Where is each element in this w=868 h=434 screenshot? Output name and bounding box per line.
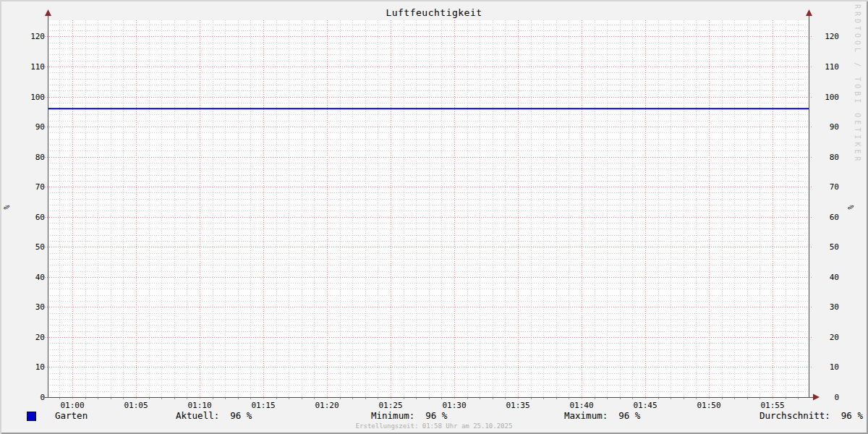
y-tick-label: 100 [30,93,45,102]
y-tick-label: 10 [35,362,45,372]
chart-plot-area: 0010102020303040405050606070708080909010… [0,0,868,434]
y-tick-label: 80 [830,153,839,162]
y-tick-label: 90 [35,122,45,132]
y-tick-label: 20 [35,333,45,342]
arrow-up-right-icon [806,9,812,16]
x-tick-label: 01:00 [60,401,84,410]
y-tick-label: 60 [35,213,45,222]
y-tick-label: 120 [825,32,839,41]
y-tick-label: 90 [830,122,839,132]
y-tick-label: 120 [30,32,45,41]
arrow-right-icon [813,394,820,401]
creation-time: Erstellungszeit: 01:58 Uhr am 25.10.2025 [0,422,868,430]
x-tick-label: 01:20 [315,401,339,410]
x-tick-label: 01:40 [569,401,593,410]
x-tick-label: 01:10 [187,401,211,410]
x-tick-label: 01:05 [124,401,148,410]
x-axis-labels: 01:0001:0501:1001:1501:2001:2501:3001:35… [60,401,784,410]
x-tick-label: 01:15 [251,401,275,410]
y-tick-label: 30 [830,302,839,312]
y-tick-label: 100 [825,93,839,102]
y-tick-label: 110 [30,62,45,72]
y-tick-label: 50 [35,242,45,252]
y-tick-label: 70 [830,182,839,192]
y-tick-label: 40 [35,273,45,282]
y-tick-label: 20 [830,333,839,342]
x-tick-label: 01:45 [633,401,657,410]
y-tick-label: 50 [830,242,839,252]
arrow-up-left-icon [45,9,51,16]
y-tick-label: 60 [830,213,839,222]
y-tick-label: 0 [40,393,45,402]
y-tick-label: 0 [834,393,839,402]
y-tick-label: 110 [825,62,839,72]
y-tick-label: 70 [35,182,45,192]
x-tick-label: 01:25 [378,401,402,410]
x-tick-label: 01:50 [697,401,720,410]
rrd-graph: Luftfeuchtigkeit RRDTOOL / TOBI OETIKER … [0,0,868,434]
y-tick-label: 80 [35,153,45,162]
y-tick-label: 40 [830,273,839,282]
y-tick-label: 30 [35,302,45,312]
x-tick-label: 01:55 [760,401,784,410]
y-tick-label: 10 [830,362,839,372]
x-tick-label: 01:30 [442,401,466,410]
x-tick-label: 01:35 [506,401,529,410]
